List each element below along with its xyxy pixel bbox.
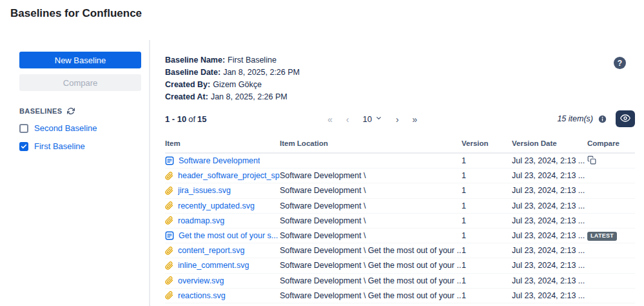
range-value: 1 - 10	[165, 114, 186, 124]
item-location: Software Development \	[280, 201, 462, 210]
chevron-down-icon	[375, 114, 382, 124]
col-version-date: Version Date	[512, 139, 587, 147]
item-link[interactable]: header_software_project_sp...	[178, 171, 280, 180]
baseline-name-value: First Baseline	[228, 56, 277, 65]
baseline-link-second[interactable]: Second Baseline	[34, 123, 97, 133]
copy-icon[interactable]	[587, 156, 596, 165]
baseline-list-item: Second Baseline	[19, 123, 141, 133]
item-cell: jira_issues.svg	[165, 186, 280, 195]
attachment-icon	[165, 247, 173, 255]
attachment-icon	[165, 187, 173, 195]
item-cell: Get the most out of your s...	[165, 231, 280, 240]
page-icon	[165, 156, 174, 165]
first-page-icon[interactable]: «	[327, 114, 333, 123]
pagination-range: 1 - 10of15	[165, 114, 207, 124]
last-page-icon[interactable]: »	[413, 114, 418, 123]
item-version: 1	[462, 261, 512, 270]
item-version-date: Jul 23, 2024, 2:13 ...	[512, 276, 587, 285]
item-version-date: Jul 23, 2024, 2:13 ...	[512, 216, 587, 225]
sidebar: New Baseline Compare BASELINES Second Ba…	[0, 40, 150, 306]
attachment-icon	[165, 276, 173, 285]
page-size-select[interactable]: 10	[362, 114, 382, 124]
created-by-value: Gizem Gökçe	[213, 80, 262, 89]
pagination-right: 15 item(s)	[557, 110, 635, 127]
table-header: Item Item Location Version Version Date …	[165, 137, 635, 154]
baseline-list-item: First Baseline	[19, 141, 141, 151]
eye-icon	[620, 113, 630, 125]
item-location: Software Development \ Get the most out …	[280, 261, 462, 270]
latest-badge: LATEST	[587, 232, 617, 241]
info-icon[interactable]	[598, 115, 607, 123]
item-location: Software Development \	[280, 216, 462, 225]
compare-button[interactable]: Compare	[19, 74, 141, 91]
table-row: inline_comment.svg Software Development …	[165, 258, 635, 273]
next-page-icon[interactable]: ›	[396, 114, 399, 123]
item-link[interactable]: inline_comment.svg	[178, 261, 249, 270]
item-version: 1	[462, 291, 512, 300]
baseline-details: Baseline Name:First Baseline Baseline Da…	[165, 54, 635, 103]
table-row: recently_updated.svg Software Developmen…	[165, 199, 635, 214]
created-at-label: Created At:	[165, 92, 208, 101]
page-title: Baselines for Confluence	[10, 7, 142, 20]
item-version: 1	[462, 186, 512, 195]
item-version-date: Jul 23, 2024, 2:13 ...	[512, 261, 587, 270]
baselines-section-label: BASELINES	[19, 107, 63, 115]
item-version: 1	[462, 216, 512, 225]
table-row: Software Development 1 Jul 23, 2024, 2:1…	[165, 154, 635, 168]
item-version-date: Jul 23, 2024, 2:13 ...	[512, 291, 587, 300]
baseline-items-table: Item Item Location Version Version Date …	[165, 137, 635, 303]
item-version: 1	[462, 246, 512, 255]
item-cell: recently_updated.svg	[165, 201, 280, 210]
pagination-bar: 1 - 10of15 « ‹ 10 › » 15 item(s)	[165, 108, 635, 129]
main-panel: Baseline Name:First Baseline Baseline Da…	[150, 40, 644, 306]
attachment-icon	[165, 291, 173, 300]
item-cell: reactions.svg	[165, 291, 280, 300]
visibility-toggle-button[interactable]	[616, 110, 635, 127]
item-link[interactable]: overview.svg	[178, 276, 224, 285]
col-item-location: Item Location	[280, 139, 462, 147]
help-icon[interactable]: ?	[614, 57, 626, 69]
baseline-link-first[interactable]: First Baseline	[34, 141, 85, 151]
table-row: reactions.svg Software Development \ Get…	[165, 289, 635, 303]
baseline-checkbox[interactable]	[19, 142, 28, 151]
item-link[interactable]: Get the most out of your s...	[179, 231, 278, 240]
item-version-date: Jul 23, 2024, 2:13 ...	[512, 186, 587, 195]
page-icon	[165, 231, 174, 240]
table-body: Software Development 1 Jul 23, 2024, 2:1…	[165, 154, 635, 303]
item-link[interactable]: reactions.svg	[178, 291, 226, 300]
item-version-date: Jul 23, 2024, 2:13 ...	[512, 171, 587, 180]
range-of: of	[188, 114, 195, 124]
item-link[interactable]: roadmap.svg	[178, 216, 224, 225]
refresh-icon[interactable]	[67, 107, 75, 115]
table-row: roadmap.svg Software Development \ 1 Jul…	[165, 214, 635, 229]
item-version: 1	[462, 201, 512, 210]
item-compare-cell	[587, 156, 635, 167]
table-row: overview.svg Software Development \ Get …	[165, 274, 635, 289]
item-link[interactable]: content_report.svg	[178, 246, 245, 255]
attachment-icon	[165, 216, 173, 225]
item-location: Software Development \ Get the most out …	[280, 291, 462, 300]
baseline-name-label: Baseline Name:	[165, 56, 225, 65]
baseline-date-label: Baseline Date:	[165, 68, 220, 77]
item-version: 1	[462, 156, 512, 165]
item-cell: content_report.svg	[165, 246, 280, 255]
item-cell: overview.svg	[165, 276, 280, 285]
item-cell: roadmap.svg	[165, 216, 280, 225]
attachment-icon	[165, 261, 173, 270]
item-version-date: Jul 23, 2024, 2:13 ...	[512, 231, 587, 240]
items-count: 15 item(s)	[557, 114, 593, 123]
item-version: 1	[462, 276, 512, 285]
attachment-icon	[165, 201, 173, 210]
created-at-value: Jan 8, 2025, 2:26 PM	[211, 92, 288, 101]
prev-page-icon[interactable]: ‹	[346, 114, 349, 123]
item-cell: Software Development	[165, 156, 280, 165]
table-row: header_software_project_sp... Software D…	[165, 168, 635, 183]
col-item: Item	[165, 139, 280, 147]
item-link[interactable]: recently_updated.svg	[178, 201, 255, 210]
item-link[interactable]: jira_issues.svg	[178, 186, 231, 195]
item-location: Software Development \	[280, 171, 462, 180]
new-baseline-button[interactable]: New Baseline	[19, 52, 141, 68]
table-row: jira_issues.svg Software Development \ 1…	[165, 183, 635, 198]
baseline-checkbox[interactable]	[19, 124, 28, 133]
item-link[interactable]: Software Development	[179, 156, 260, 165]
